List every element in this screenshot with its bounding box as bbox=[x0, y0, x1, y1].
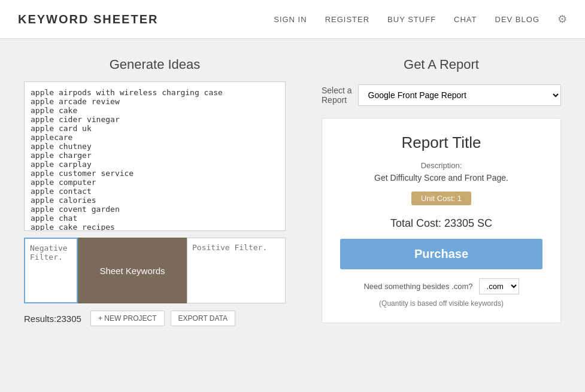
report-select-row: Select aReport Google Front Page Report … bbox=[322, 84, 561, 106]
keywords-textarea[interactable]: apple airpods with wireless charging cas… bbox=[24, 81, 286, 231]
logo: KEYWORD SHEETER bbox=[18, 13, 158, 26]
report-select[interactable]: Google Front Page Report Other Report bbox=[358, 84, 561, 106]
nav-sign-in[interactable]: SIGN IN bbox=[274, 15, 307, 24]
get-report-title: Get A Report bbox=[322, 57, 561, 72]
header: KEYWORD SHEETER SIGN IN REGISTER BUY STU… bbox=[0, 0, 585, 39]
purchase-button[interactable]: Purchase bbox=[340, 239, 542, 269]
negative-filter-input[interactable] bbox=[24, 238, 78, 303]
main-content: Generate Ideas apple airpods with wirele… bbox=[0, 39, 585, 344]
nav-buy-stuff[interactable]: BUY STUFF bbox=[387, 15, 436, 24]
description-text: Get Difficulty Score and Front Page. bbox=[340, 173, 542, 183]
sheet-keywords-button[interactable]: Sheet Keywords bbox=[78, 238, 187, 303]
export-data-button[interactable]: EXPORT DATA bbox=[171, 311, 235, 326]
generate-ideas-title: Generate Ideas bbox=[24, 57, 286, 72]
positive-filter-input[interactable] bbox=[187, 238, 286, 303]
tld-row: Need something besides .com? .com .net .… bbox=[340, 278, 542, 294]
action-buttons: + NEW PROJECT EXPORT DATA bbox=[90, 311, 235, 326]
tld-select[interactable]: .com .net .org bbox=[479, 278, 519, 294]
nav: SIGN IN REGISTER BUY STUFF CHAT DEV BLOG… bbox=[274, 13, 567, 26]
report-card-title: Report Title bbox=[340, 133, 542, 152]
unit-cost-badge: Unit Cost: 1 bbox=[411, 192, 471, 205]
select-report-label: Select aReport bbox=[322, 86, 352, 105]
new-project-button[interactable]: + NEW PROJECT bbox=[90, 311, 165, 326]
nav-chat[interactable]: CHAT bbox=[454, 15, 477, 24]
nav-dev-blog[interactable]: DEV BLOG bbox=[495, 15, 539, 24]
results-row: Results:23305 + NEW PROJECT EXPORT DATA bbox=[24, 311, 286, 326]
total-cost: Total Cost: 23305 SC bbox=[340, 217, 542, 230]
settings-icon[interactable]: ⚙ bbox=[557, 13, 567, 26]
nav-register[interactable]: REGISTER bbox=[325, 15, 369, 24]
description-label: Description: bbox=[340, 161, 542, 170]
right-panel: Get A Report Select aReport Google Front… bbox=[322, 57, 561, 326]
left-panel: Generate Ideas apple airpods with wirele… bbox=[24, 57, 286, 326]
results-count: Results:23305 bbox=[24, 314, 81, 324]
filters-row: Sheet Keywords bbox=[24, 238, 286, 303]
tld-label: Need something besides .com? bbox=[363, 282, 472, 291]
quantity-note: (Quantity is based off visible keywords) bbox=[340, 299, 542, 308]
report-card: Report Title Description: Get Difficulty… bbox=[322, 118, 561, 323]
